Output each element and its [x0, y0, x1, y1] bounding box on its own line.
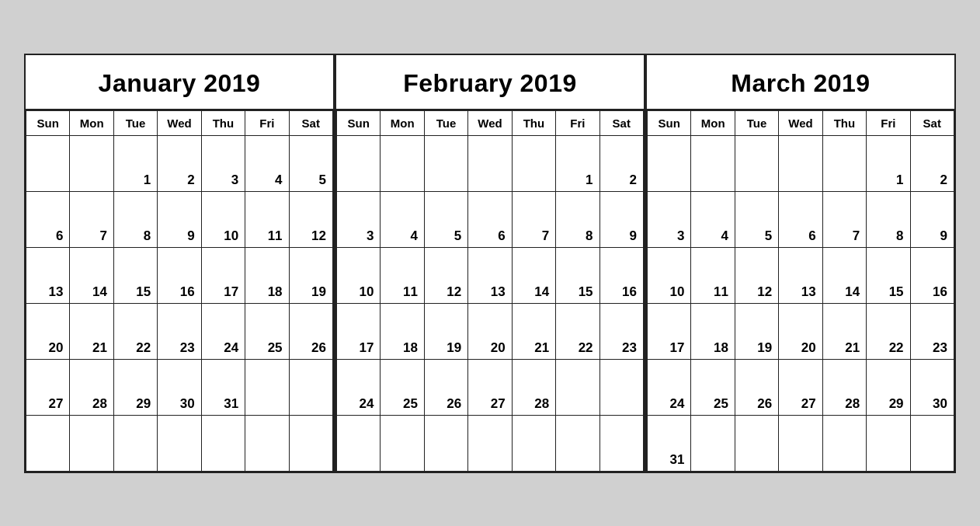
- calendar-cell: 30: [158, 359, 201, 415]
- calendar-cell: 26: [424, 359, 467, 415]
- calendar-cell: 14: [70, 247, 113, 303]
- calendar-cell: 8: [113, 191, 157, 247]
- calendar-cell: 1: [556, 135, 599, 191]
- day-header-sun: Sun: [648, 110, 691, 135]
- calendar-cell: [735, 135, 778, 191]
- calendar-cell: [113, 415, 157, 471]
- calendar-cell: 16: [158, 247, 201, 303]
- day-header-wed: Wed: [158, 110, 201, 135]
- day-header-wed: Wed: [468, 110, 512, 135]
- calendar-cell: 3: [648, 191, 691, 247]
- calendar-cell: 21: [822, 303, 866, 359]
- calendar-cell: [822, 415, 866, 471]
- calendar-cell: 19: [735, 303, 778, 359]
- calendar-cell: 28: [822, 359, 866, 415]
- calendar-cell: 11: [381, 247, 424, 303]
- day-header-sat: Sat: [289, 110, 332, 135]
- day-header-mon: Mon: [70, 110, 113, 135]
- calendar-cell: 10: [201, 191, 245, 247]
- calendar-cell: 22: [867, 303, 910, 359]
- calendar-cell: 11: [245, 191, 289, 247]
- calendar-cell: [556, 359, 599, 415]
- calendar-cell: 18: [381, 303, 424, 359]
- calendar-cell: 2: [910, 135, 954, 191]
- calendar-cell: 12: [735, 247, 778, 303]
- day-header-thu: Thu: [822, 110, 866, 135]
- calendar-january-2019: January 2019SunMonTueWedThuFriSat1234567…: [24, 54, 335, 473]
- calendar-cell: [512, 415, 555, 471]
- calendar-cell: 18: [691, 303, 735, 359]
- day-header-tue: Tue: [424, 110, 467, 135]
- calendar-cell: 27: [779, 359, 822, 415]
- calendar-cell: 20: [26, 303, 70, 359]
- calendar-february-2019: February 2019SunMonTueWedThuFriSat123456…: [335, 54, 645, 473]
- calendar-cell: 17: [201, 247, 245, 303]
- calendar-cell: 10: [648, 247, 691, 303]
- calendar-cell: 31: [201, 359, 245, 415]
- calendar-cell: 6: [779, 191, 822, 247]
- day-header-fri: Fri: [245, 110, 289, 135]
- calendar-cell: 16: [599, 247, 643, 303]
- calendar-cell: 9: [910, 191, 954, 247]
- calendar-cell: [424, 135, 467, 191]
- calendar-cell: 24: [337, 359, 381, 415]
- calendar-cell: [245, 415, 289, 471]
- calendar-cell: [468, 415, 512, 471]
- calendar-cell: 14: [822, 247, 866, 303]
- calendar-cell: 21: [70, 303, 113, 359]
- calendar-cell: [381, 135, 424, 191]
- calendar-cell: 9: [599, 191, 643, 247]
- calendar-cell: 15: [867, 247, 910, 303]
- calendar-cell: [201, 415, 245, 471]
- calendar-cell: [337, 415, 381, 471]
- calendar-cell: [26, 135, 70, 191]
- calendar-cell: 26: [289, 303, 332, 359]
- calendar-cell: 24: [648, 359, 691, 415]
- calendar-cell: 29: [867, 359, 910, 415]
- calendar-cell: 19: [289, 247, 332, 303]
- calendar-cell: [867, 415, 910, 471]
- calendar-cell: 4: [691, 191, 735, 247]
- calendar-cell: 1: [867, 135, 910, 191]
- calendar-cell: [779, 135, 822, 191]
- calendar-cell: 17: [648, 303, 691, 359]
- calendar-cell: 5: [424, 191, 467, 247]
- day-header-fri: Fri: [867, 110, 910, 135]
- calendar-cell: 7: [512, 191, 555, 247]
- calendar-cell: 6: [26, 191, 70, 247]
- day-header-tue: Tue: [113, 110, 157, 135]
- calendar-cell: [289, 415, 332, 471]
- calendar-cell: 25: [381, 359, 424, 415]
- calendar-cell: 23: [599, 303, 643, 359]
- calendar-cell: 7: [70, 191, 113, 247]
- calendar-cell: [337, 135, 381, 191]
- calendar-cell: 31: [648, 415, 691, 471]
- day-header-sat: Sat: [910, 110, 954, 135]
- day-header-mon: Mon: [691, 110, 735, 135]
- calendar-cell: 7: [822, 191, 866, 247]
- calendar-cell: 22: [113, 303, 157, 359]
- calendar-cell: 12: [424, 247, 467, 303]
- day-header-sat: Sat: [599, 110, 643, 135]
- calendar-cell: 5: [735, 191, 778, 247]
- calendar-cell: [556, 415, 599, 471]
- calendar-cell: 17: [337, 303, 381, 359]
- calendar-cell: 15: [556, 247, 599, 303]
- calendar-cell: [910, 415, 954, 471]
- calendar-cell: 13: [26, 247, 70, 303]
- calendar-cell: 15: [113, 247, 157, 303]
- calendar-title-january-2019: January 2019: [26, 55, 333, 110]
- calendar-cell: [691, 415, 735, 471]
- day-header-tue: Tue: [735, 110, 778, 135]
- calendar-cell: 4: [381, 191, 424, 247]
- calendar-cell: 11: [691, 247, 735, 303]
- calendar-cell: 28: [70, 359, 113, 415]
- calendar-cell: [822, 135, 866, 191]
- calendar-cell: 20: [468, 303, 512, 359]
- calendar-cell: 2: [158, 135, 201, 191]
- calendar-cell: 25: [245, 303, 289, 359]
- calendar-cell: 23: [910, 303, 954, 359]
- day-header-thu: Thu: [512, 110, 555, 135]
- calendar-cell: 28: [512, 359, 555, 415]
- calendar-cell: 26: [735, 359, 778, 415]
